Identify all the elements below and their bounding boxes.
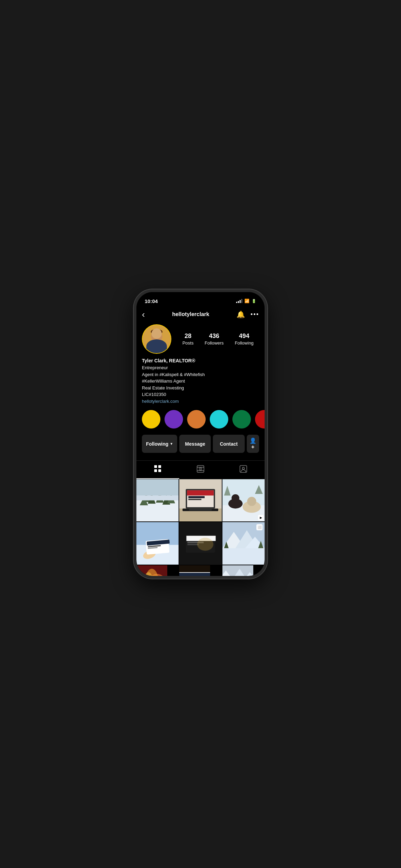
highlight-1[interactable]: [142, 410, 160, 429]
svg-point-4: [151, 331, 162, 342]
highlights-row: [142, 409, 259, 430]
following-button[interactable]: Following ▼: [142, 435, 177, 453]
followers-label: Followers: [205, 340, 224, 346]
tab-reels[interactable]: [179, 461, 222, 479]
avatar-svg: [143, 325, 171, 353]
highlight-3[interactable]: [187, 410, 206, 429]
multi-badge-6: ⬜: [256, 524, 263, 530]
followers-stat[interactable]: 436 Followers: [205, 333, 224, 346]
action-buttons: Following ▼ Message Contact 👤+: [142, 435, 259, 453]
bio-line-2: Agent in #Kalispell & #Whitefish: [142, 372, 205, 377]
grid-icon: [154, 465, 161, 474]
contact-button[interactable]: Contact: [213, 435, 244, 453]
following-label: Following: [235, 340, 254, 346]
highlight-5[interactable]: [232, 410, 251, 429]
chevron-down-icon: ▼: [170, 442, 173, 446]
svg-rect-2: [155, 341, 158, 349]
posts-count: 28: [182, 333, 194, 340]
bio-section: Tyler Clark, REALTOR® Entrepreneur Agent…: [142, 358, 259, 405]
avatar: [142, 324, 171, 354]
svg-marker-3: [156, 343, 157, 349]
status-time: 10:04: [145, 298, 158, 304]
svg-rect-26: [136, 495, 179, 500]
bio-line-5: LIC#102350: [142, 392, 166, 397]
phone-frame: 10:04 📶 🔋 ‹ hellotylerclark 🔔 •••: [134, 289, 267, 579]
wifi-icon: 📶: [244, 299, 250, 303]
battery-icon: 🔋: [252, 299, 256, 303]
profile-name: Tyler Clark, REALTOR®: [142, 358, 259, 363]
svg-point-56: [197, 538, 214, 551]
svg-rect-71: [179, 573, 210, 576]
bio-line-1: Entrepreneur: [142, 365, 168, 370]
profile-username: hellotylerclark: [172, 311, 209, 317]
notification-icon[interactable]: 🔔: [236, 310, 245, 318]
grid-item-2[interactable]: [179, 479, 221, 521]
following-label: Following: [146, 441, 168, 447]
svg-rect-31: [187, 490, 214, 495]
svg-rect-55: [187, 544, 199, 545]
status-bar: 10:04 📶 🔋: [136, 292, 265, 307]
posts-label: Posts: [182, 340, 194, 346]
header-actions: 🔔 •••: [236, 310, 259, 318]
profile-section: 28 Posts 436 Followers 494 Following Tyl…: [136, 322, 265, 460]
more-options-icon[interactable]: •••: [251, 311, 259, 318]
bio-website[interactable]: hellotylerclark.com: [142, 399, 179, 404]
content-tabs: [136, 460, 265, 479]
multi-post-icon: ⬜: [258, 526, 262, 529]
svg-rect-25: [136, 479, 179, 495]
signal-icon: [236, 299, 242, 303]
bio-text: Entrepreneur Agent in #Kalispell & #Whit…: [142, 364, 259, 405]
svg-rect-6: [154, 465, 157, 468]
svg-point-16: [242, 467, 244, 469]
svg-point-5: [151, 329, 162, 335]
posts-stat: 28 Posts: [182, 333, 194, 346]
message-button[interactable]: Message: [179, 435, 211, 453]
grid-item-6[interactable]: ⬜: [222, 522, 265, 564]
reels-tab-icon: [197, 465, 204, 474]
profile-top: 28 Posts 436 Followers 494 Following: [142, 324, 259, 354]
add-person-icon: 👤+: [250, 438, 256, 450]
followers-count: 436: [205, 333, 224, 340]
following-count: 494: [235, 333, 254, 340]
following-stat[interactable]: 494 Following: [235, 333, 254, 346]
svg-point-12: [200, 469, 201, 470]
grid-item-5[interactable]: [179, 522, 221, 564]
screen: 10:04 📶 🔋 ‹ hellotylerclark 🔔 •••: [136, 292, 265, 576]
bio-line-3: #KellerWilliams Agent: [142, 378, 185, 384]
svg-rect-9: [158, 469, 161, 472]
svg-rect-58: [222, 548, 265, 564]
tagged-icon: [240, 465, 247, 474]
status-icons: 📶 🔋: [236, 299, 256, 303]
highlight-2[interactable]: [165, 410, 183, 429]
grid-item-1[interactable]: [136, 479, 179, 521]
svg-rect-32: [189, 496, 205, 498]
svg-rect-7: [158, 465, 161, 468]
stats-row: 28 Posts 436 Followers 494 Following: [177, 333, 259, 346]
highlight-4[interactable]: [210, 410, 228, 429]
svg-rect-35: [189, 509, 212, 510]
highlight-6[interactable]: [255, 410, 265, 429]
tab-grid[interactable]: [136, 461, 179, 479]
tab-tagged[interactable]: [222, 461, 265, 479]
grid-item-9[interactable]: ▶: [222, 565, 253, 576]
grid-item-3[interactable]: ▶: [222, 479, 265, 521]
bio-line-4: Real Estate Investing: [142, 385, 184, 390]
svg-point-41: [247, 497, 256, 506]
back-button[interactable]: ‹: [142, 310, 145, 319]
svg-point-39: [231, 494, 239, 502]
grid-item-4[interactable]: [136, 522, 179, 564]
reel-badge-icon: ▶: [260, 516, 262, 519]
add-friend-button[interactable]: 👤+: [247, 435, 259, 453]
avatar-image: [143, 325, 171, 353]
photo-grid: ▶: [136, 479, 265, 576]
grid-item-8[interactable]: ▶: [179, 565, 210, 576]
svg-rect-8: [154, 469, 157, 472]
svg-point-1: [146, 341, 167, 353]
grid-item-7[interactable]: ▶: [136, 565, 167, 576]
profile-header: ‹ hellotylerclark 🔔 •••: [136, 307, 265, 322]
reel-badge-3: ▶: [258, 515, 264, 520]
svg-rect-33: [189, 499, 202, 500]
